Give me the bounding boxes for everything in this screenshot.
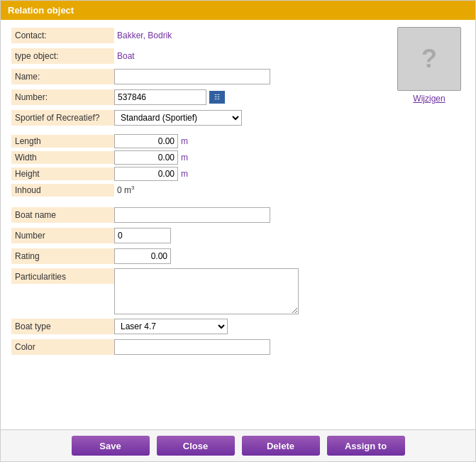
form-right: ? Wijzigen	[394, 27, 465, 359]
sportief-select[interactable]: Standaard (Sportief) Recreatief	[114, 110, 242, 126]
color-row: Color	[11, 339, 387, 356]
inhoud-label: Inhoud	[11, 184, 114, 197]
particularities-row: Particularities	[11, 268, 387, 314]
photo-box: ?	[397, 27, 461, 91]
title-bar: Relation object	[1, 1, 475, 20]
close-button[interactable]: Close	[157, 436, 235, 456]
delete-button[interactable]: Delete	[242, 436, 320, 456]
relation-object-window: Relation object Contact: Bakker, Bodrik …	[0, 0, 476, 462]
color-input[interactable]	[114, 339, 270, 355]
width-input[interactable]	[114, 150, 178, 165]
contact-value: Bakker, Bodrik	[114, 29, 175, 42]
inhoud-row: Inhoud 0 m3	[11, 183, 387, 197]
boat-number-row: Number	[11, 227, 387, 244]
boat-number-input[interactable]	[114, 228, 171, 243]
calc-symbol: ☷	[214, 94, 220, 101]
number-input[interactable]	[114, 89, 206, 105]
type-value: Boat	[114, 50, 138, 62]
wijzigen-link[interactable]: Wijzigen	[413, 94, 445, 104]
rating-label: Rating	[11, 248, 114, 264]
width-label: Width	[11, 151, 114, 164]
boat-type-row: Boat type Laser 4.7 Other	[11, 318, 387, 335]
contact-row: Contact: Bakker, Bodrik	[11, 27, 387, 44]
width-row: Width m	[11, 150, 387, 165]
name-row: Name:	[11, 68, 387, 85]
form-left: Contact: Bakker, Bodrik type object: Boa…	[11, 27, 387, 359]
name-input[interactable]	[114, 69, 270, 84]
contact-label: Contact:	[11, 28, 114, 43]
height-label: Height	[11, 167, 114, 180]
length-input[interactable]	[114, 134, 178, 148]
particularities-textarea[interactable]	[114, 268, 299, 314]
window-title: Relation object	[8, 5, 74, 16]
sportief-row: Sportief of Recreatief? Standaard (Sport…	[11, 109, 387, 126]
color-label: Color	[11, 339, 114, 355]
assign-button[interactable]: Assign to	[327, 436, 405, 456]
boat-name-input[interactable]	[114, 207, 270, 223]
height-input[interactable]	[114, 167, 178, 181]
rating-input[interactable]	[114, 248, 171, 264]
type-label: type object:	[11, 48, 114, 64]
number-field-group: ☷	[114, 89, 225, 105]
length-label: Length	[11, 135, 114, 148]
number-label: Number:	[11, 89, 114, 105]
boat-name-row: Boat name	[11, 207, 387, 224]
type-row: type object: Boat	[11, 48, 387, 65]
inhoud-value: 0 m3	[114, 183, 137, 197]
boat-type-select[interactable]: Laser 4.7 Other	[114, 319, 228, 334]
form-section: Contact: Bakker, Bodrik type object: Boa…	[11, 27, 465, 359]
name-label: Name:	[11, 69, 114, 84]
photo-placeholder: ?	[421, 44, 437, 74]
boat-number-label: Number	[11, 228, 114, 243]
boat-type-label: Boat type	[11, 319, 114, 334]
rating-row: Rating	[11, 248, 387, 265]
height-row: Height m	[11, 167, 387, 181]
save-button[interactable]: Save	[72, 436, 150, 456]
height-unit: m	[181, 169, 188, 179]
calculator-icon[interactable]: ☷	[209, 91, 225, 104]
length-unit: m	[181, 136, 188, 146]
width-unit: m	[181, 153, 188, 163]
boat-name-label: Boat name	[11, 207, 114, 223]
sportief-label: Sportief of Recreatief?	[11, 110, 114, 126]
particularities-label: Particularities	[11, 268, 114, 284]
footer: Save Close Delete Assign to	[1, 429, 475, 461]
number-row: Number: ☷	[11, 89, 387, 106]
content-area: Contact: Bakker, Bodrik type object: Boa…	[1, 20, 475, 429]
length-row: Length m	[11, 134, 387, 148]
